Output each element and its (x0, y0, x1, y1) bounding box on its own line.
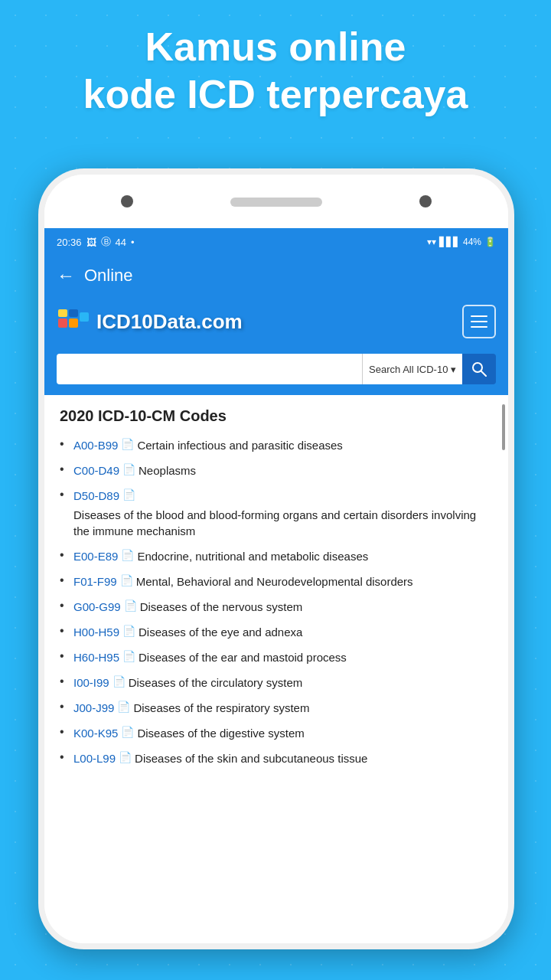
code-description: Diseases of the respiratory system (133, 700, 309, 716)
code-link[interactable]: K00-K95 (73, 725, 118, 741)
phone-frame: 20:36 🖼 Ⓑ 44 • ▾▾ ▋▋▋ 44% 🔋 ← Online (38, 168, 514, 949)
battery-icon: 🔋 (484, 237, 496, 247)
svg-point-5 (473, 363, 482, 372)
list-item: K00-K95 📄 Diseases of the digestive syst… (60, 725, 493, 741)
phone-screen: 20:36 🖼 Ⓑ 44 • ▾▾ ▋▋▋ 44% 🔋 ← Online (44, 228, 508, 943)
doc-icon: 📄 (124, 599, 137, 614)
phone-inner: 20:36 🖼 Ⓑ 44 • ▾▾ ▋▋▋ 44% 🔋 ← Online (44, 175, 508, 943)
status-right: ▾▾ ▋▋▋ 44% 🔋 (427, 237, 496, 247)
code-link[interactable]: G00-G99 (73, 599, 121, 615)
doc-icon: 📄 (117, 700, 130, 715)
content-area: 2020 ICD-10-CM Codes A00-B99 📄 Certain i… (44, 395, 508, 943)
doc-icon: 📄 (121, 725, 134, 740)
code-description: Endocrine, nutritional and metabolic dis… (137, 548, 368, 564)
code-link[interactable]: A00-B99 (73, 437, 118, 453)
list-item: I00-I99 📄 Diseases of the circulatory sy… (60, 675, 493, 691)
hamburger-button[interactable] (462, 305, 496, 338)
code-description: Mental, Behavioral and Neurodevelopmenta… (136, 573, 413, 590)
code-description: Diseases of the digestive system (137, 725, 304, 741)
doc-icon: 📄 (120, 573, 133, 589)
status-number: 44 (116, 237, 126, 248)
doc-icon: 📄 (122, 624, 135, 639)
code-description: Diseases of the circulatory system (129, 675, 303, 691)
list-item: G00-G99 📄 Diseases of the nervous system (60, 599, 493, 615)
phone-top (44, 175, 508, 228)
page-title: 2020 ICD-10-CM Codes (60, 407, 493, 425)
wifi-icon: ▾▾ (427, 237, 436, 247)
list-item: D50-D89 📄 Diseases of the blood and bloo… (60, 488, 493, 539)
list-item: A00-B99 📄 Certain infectious and parasit… (60, 437, 493, 453)
icd-code-list: A00-B99 📄 Certain infectious and parasit… (60, 437, 493, 766)
status-photo-icon: 🖼 (86, 237, 96, 248)
code-description: Diseases of the eye and adnexa (139, 624, 302, 640)
list-item: J00-J99 📄 Diseases of the respiratory sy… (60, 700, 493, 716)
doc-icon: 📄 (122, 488, 135, 503)
code-link[interactable]: E00-E89 (73, 548, 118, 564)
code-link[interactable]: J00-J99 (73, 700, 114, 716)
code-description: Diseases of the ear and mastoid process (139, 649, 347, 665)
doc-icon: 📄 (112, 675, 126, 690)
svg-rect-1 (69, 318, 78, 328)
svg-line-6 (481, 371, 486, 376)
code-description: Diseases of the blood and blood-forming … (73, 507, 493, 539)
signal-icon: ▋▋▋ (439, 237, 460, 247)
site-logo: ICD10Data.com (57, 305, 243, 338)
svg-rect-2 (58, 309, 67, 317)
battery-text: 44% (463, 237, 481, 247)
svg-rect-0 (58, 318, 67, 328)
svg-rect-4 (80, 312, 89, 322)
list-item: L00-L99 📄 Diseases of the skin and subcu… (60, 750, 493, 766)
code-link[interactable]: D50-D89 (73, 488, 119, 504)
search-button[interactable] (462, 354, 496, 384)
logo-blocks-icon (57, 305, 90, 338)
header-line1: Kamus online (145, 24, 406, 69)
search-dropdown[interactable]: Search All ICD-10 ▾ (362, 354, 462, 384)
camera-left-icon (121, 195, 133, 207)
status-time: 20:36 (57, 237, 82, 248)
top-bar-title: Online (84, 266, 133, 286)
doc-icon: 📄 (121, 437, 134, 452)
doc-icon: 📄 (122, 649, 135, 665)
status-left: 20:36 🖼 Ⓑ 44 • (57, 235, 135, 249)
list-item: H00-H59 📄 Diseases of the eye and adnexa (60, 624, 493, 640)
back-button[interactable]: ← (57, 265, 75, 286)
code-description: Diseases of the nervous system (140, 599, 303, 615)
code-link[interactable]: H60-H95 (73, 649, 119, 665)
code-description: Neoplasms (139, 462, 196, 479)
code-description: Diseases of the skin and subcutaneous ti… (135, 750, 367, 766)
status-bar: 20:36 🖼 Ⓑ 44 • ▾▾ ▋▋▋ 44% 🔋 (44, 228, 508, 256)
search-input[interactable] (57, 354, 362, 384)
list-item: H60-H95 📄 Diseases of the ear and mastoi… (60, 649, 493, 665)
code-link[interactable]: C00-D49 (73, 462, 119, 479)
doc-icon: 📄 (119, 750, 132, 766)
header-section: Kamus online kode ICD terpercaya (0, 23, 551, 119)
code-description: Certain infectious and parasitic disease… (137, 437, 342, 453)
search-icon (471, 361, 487, 377)
camera-right-icon (419, 195, 432, 207)
list-item: E00-E89 📄 Endocrine, nutritional and met… (60, 548, 493, 564)
code-link[interactable]: L00-L99 (73, 750, 116, 766)
hamburger-line-2 (471, 321, 487, 322)
top-bar: ← Online (44, 256, 508, 296)
speaker (230, 198, 322, 207)
status-b-icon: Ⓑ (101, 235, 111, 249)
code-link[interactable]: F01-F99 (73, 573, 117, 590)
list-item: F01-F99 📄 Mental, Behavioral and Neurode… (60, 573, 493, 590)
logo-text: ICD10Data.com (96, 310, 243, 334)
doc-icon: 📄 (121, 548, 134, 564)
code-link[interactable]: H00-H59 (73, 624, 119, 640)
list-item: C00-D49 📄 Neoplasms (60, 462, 493, 479)
doc-icon: 📄 (122, 462, 135, 478)
header-line2: kode ICD terpercaya (83, 72, 468, 116)
code-link[interactable]: I00-I99 (73, 675, 109, 691)
scroll-indicator (502, 404, 505, 450)
site-header: ICD10Data.com (44, 296, 508, 348)
svg-rect-3 (69, 309, 78, 317)
status-dot: • (131, 237, 135, 248)
hamburger-line-1 (471, 315, 487, 317)
hamburger-line-3 (471, 326, 487, 328)
search-bar: Search All ICD-10 ▾ (44, 348, 508, 395)
